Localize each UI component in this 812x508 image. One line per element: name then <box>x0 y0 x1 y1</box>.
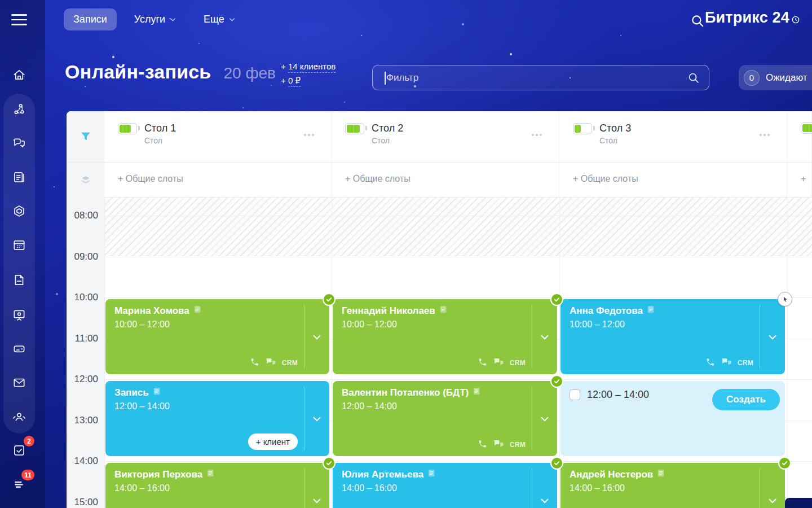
filter-search-icon[interactable] <box>687 72 700 84</box>
shared-slots-button[interactable]: + Общие слоты <box>332 163 559 198</box>
calendar-icon <box>12 238 27 252</box>
crm-label[interactable]: CRM <box>510 441 526 449</box>
expand-chevron-icon[interactable] <box>766 494 779 507</box>
tab-услуги[interactable]: Услуги <box>125 8 186 31</box>
layers-cell[interactable] <box>67 163 104 198</box>
shared-slots-button[interactable]: + Общие слоты <box>104 163 332 198</box>
sidebar-item-feed[interactable]: 11 <box>8 473 30 496</box>
sidebar-item-people[interactable] <box>8 405 30 428</box>
column-header-Стол 2: Стол 2Стол <box>332 111 559 163</box>
booking-card[interactable]: Андрей Нестеров14:00 – 16:00 <box>561 463 785 508</box>
phone-icon[interactable] <box>478 357 487 369</box>
expand-chevron-icon[interactable] <box>766 331 779 343</box>
booking-title-row: Марина Хомова <box>114 305 320 317</box>
sidebar-item-boards[interactable] <box>8 304 30 326</box>
card-divider <box>532 305 532 369</box>
shared-slots-button[interactable]: + Общие слоты <box>559 163 787 198</box>
hamburger-menu-icon[interactable] <box>11 14 27 27</box>
column-name[interactable]: Стол 1 <box>144 122 176 134</box>
add-client-button[interactable]: + клиент <box>248 433 298 450</box>
hour-line <box>104 379 812 380</box>
column-menu-icon[interactable] <box>760 134 770 136</box>
expand-chevron-icon[interactable] <box>539 494 551 507</box>
date-label[interactable]: 20 фев <box>223 64 275 82</box>
sidebar-item-automation[interactable] <box>8 98 30 121</box>
note-icon <box>657 469 665 480</box>
booking-card[interactable]: Анна Федотова10:00 – 12:00CRM <box>561 299 785 374</box>
booking-title: Запись <box>114 387 149 398</box>
expand-chevron-icon[interactable] <box>311 494 323 507</box>
sidebar-item-home[interactable] <box>8 64 30 86</box>
time-label: 09:00 <box>74 251 98 262</box>
sidebar-item-workspace[interactable] <box>8 200 30 222</box>
booking-card[interactable]: Юлия Артемьева14:00 – 16:00 <box>333 463 557 508</box>
sidebar-item-tasks[interactable]: 2 <box>8 439 30 462</box>
time-label: 13:00 <box>74 415 98 426</box>
sidebar-item-drive[interactable] <box>8 338 30 360</box>
waiting-button[interactable]: 0 Ожидают <box>739 65 812 90</box>
booking-title-row: Андрей Нестеров <box>570 469 776 480</box>
column-header-partial <box>787 111 812 163</box>
time-gutter: 08:0009:0010:0011:0012:0013:0014:0015:00 <box>67 198 104 508</box>
money-sum-link[interactable]: 0 ₽ <box>288 76 301 87</box>
note-icon <box>207 469 214 480</box>
column-menu-icon[interactable] <box>304 134 314 136</box>
shared-slots-button[interactable]: + <box>787 163 812 198</box>
tab-еще[interactable]: Еще <box>194 8 245 31</box>
note-icon <box>194 305 201 317</box>
crm-label[interactable]: CRM <box>282 359 298 367</box>
booking-title-row: Запись <box>114 387 320 398</box>
chat-icon[interactable] <box>493 440 504 450</box>
create-button[interactable]: Создать <box>712 389 780 410</box>
booking-card[interactable]: Валентин Потапенко (БДТ)12:00 – 14:00CRM <box>333 381 557 456</box>
sidebar-item-messenger[interactable] <box>8 132 30 155</box>
column-header-Стол 3: Стол 3Стол <box>559 111 787 163</box>
filter-input[interactable] <box>373 65 709 90</box>
clients-count-link[interactable]: 14 клиентов <box>288 62 336 73</box>
tab-label: Услуги <box>134 14 165 25</box>
pointer-badge-icon <box>778 292 792 306</box>
column-name[interactable]: Стол 2 <box>372 122 403 134</box>
booking-card[interactable]: Геннадий Николаев10:00 – 12:00CRM <box>333 299 557 374</box>
filter-funnel-cell[interactable] <box>67 111 104 162</box>
booking-title: Андрей Нестеров <box>570 469 653 480</box>
sidebar-item-news[interactable] <box>8 166 30 189</box>
crm-bar: CRM <box>250 357 298 369</box>
crm-label[interactable]: CRM <box>738 359 753 367</box>
waiting-count-badge: 0 <box>744 70 760 86</box>
page-title: Онлайн-запись <box>65 61 211 83</box>
sidebar-item-calendar[interactable] <box>8 234 30 256</box>
confirmed-check-icon <box>550 293 563 306</box>
time-label: 10:00 <box>74 292 98 303</box>
slot-checkbox[interactable] <box>570 389 580 400</box>
booking-card[interactable]: Виктория Перхова14:00 – 16:00 <box>105 463 329 508</box>
chat-icon[interactable] <box>493 358 504 369</box>
booking-title-row: Валентин Потапенко (БДТ) <box>342 387 548 398</box>
column-header-name-row <box>801 122 811 134</box>
crm-label[interactable]: CRM <box>510 359 526 367</box>
phone-icon[interactable] <box>478 439 487 450</box>
sidebar-item-documents[interactable] <box>8 269 30 291</box>
news-icon <box>12 170 27 185</box>
tab-записи[interactable]: Записи <box>64 8 117 30</box>
column-menu-icon[interactable] <box>532 134 542 136</box>
confirmed-check-icon <box>550 457 563 470</box>
expand-chevron-icon[interactable] <box>311 331 323 343</box>
sidebar-item-mail[interactable] <box>8 371 30 394</box>
expand-chevron-icon[interactable] <box>539 331 551 343</box>
chat-icon[interactable] <box>721 358 732 369</box>
search-icon[interactable] <box>690 14 705 28</box>
expand-chevron-icon[interactable] <box>539 413 551 425</box>
expand-chevron-icon[interactable] <box>311 413 323 425</box>
card-divider <box>760 468 760 508</box>
booking-card[interactable]: Запись12:00 – 14:00+ клиент <box>105 381 329 456</box>
messenger-icon <box>12 136 27 151</box>
phone-icon[interactable] <box>250 357 259 369</box>
phone-icon[interactable] <box>705 357 715 369</box>
column-name[interactable]: Стол 3 <box>599 122 631 134</box>
free-slot-card[interactable]: 12:00 – 14:00Создать <box>561 381 785 456</box>
column-header-Стол 1: Стол 1Стол <box>104 111 332 163</box>
clients-plus: + <box>281 62 286 71</box>
booking-card[interactable]: Марина Хомова10:00 – 12:00CRM <box>105 299 329 374</box>
chat-icon[interactable] <box>265 358 276 369</box>
